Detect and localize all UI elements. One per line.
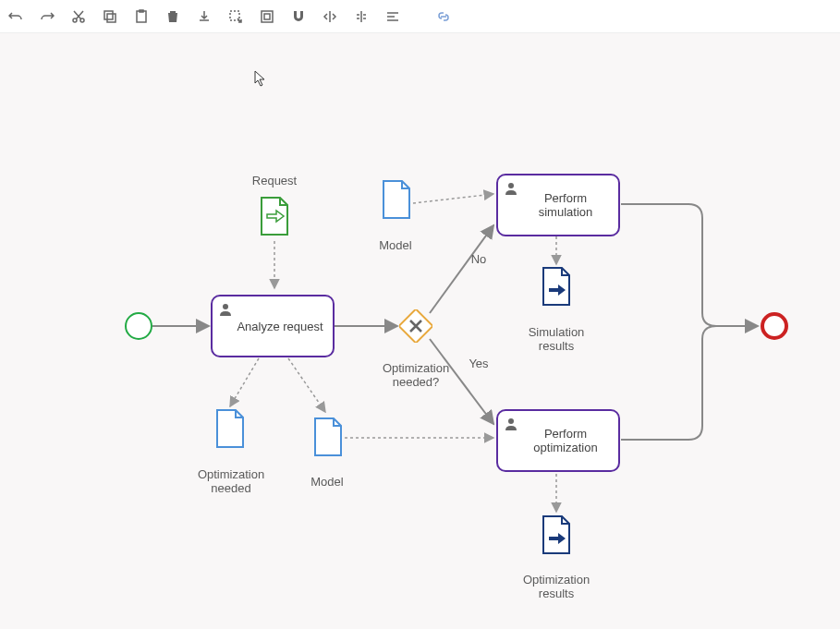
select-box-icon[interactable] <box>227 8 244 25</box>
flow-label-no: No <box>465 252 493 266</box>
data-object-simulation-results[interactable] <box>540 266 573 310</box>
fit-icon[interactable] <box>259 8 275 25</box>
svg-point-0 <box>73 18 77 22</box>
gateway-label: Optimization needed? <box>374 361 457 389</box>
task-perform-simulation[interactable]: Perform simulation <box>496 174 620 236</box>
data-object-label: Optimization needed <box>192 467 270 495</box>
user-icon <box>504 417 518 431</box>
start-event[interactable] <box>125 312 152 340</box>
flow-label-yes: Yes <box>465 357 493 370</box>
magnet-icon[interactable] <box>290 8 307 25</box>
end-event[interactable] <box>761 312 788 340</box>
toolbar <box>0 0 840 33</box>
data-object-label: Simulation results <box>519 325 593 353</box>
svg-rect-3 <box>107 14 116 22</box>
undo-icon[interactable] <box>7 8 24 25</box>
redo-icon[interactable] <box>39 8 55 25</box>
task-label: Analyze request <box>237 320 323 333</box>
svg-rect-7 <box>262 11 273 22</box>
task-perform-optimization[interactable]: Perform optimization <box>496 409 620 472</box>
diagram-canvas[interactable]: Analyze request Perform simulation Perfo… <box>0 33 840 629</box>
svg-rect-2 <box>104 11 113 19</box>
svg-point-10 <box>508 183 514 188</box>
flip-h-icon[interactable] <box>322 8 338 25</box>
download-icon[interactable] <box>196 8 213 25</box>
svg-rect-8 <box>264 14 270 19</box>
task-label: Perform optimization <box>520 427 611 454</box>
user-icon <box>504 181 518 196</box>
cursor-icon <box>254 70 267 87</box>
delete-icon[interactable] <box>164 8 181 25</box>
svg-point-9 <box>223 304 228 309</box>
copy-icon[interactable] <box>102 8 118 25</box>
flip-v-icon[interactable] <box>353 8 370 25</box>
data-object-optimization-needed[interactable] <box>213 408 247 453</box>
data-object-label: Model <box>368 238 423 252</box>
data-object-label: Optimization results <box>517 573 595 600</box>
cut-icon[interactable] <box>70 8 87 25</box>
data-object-model-1[interactable] <box>380 179 413 224</box>
task-analyze-request[interactable]: Analyze request <box>211 295 335 357</box>
data-object-label: Model <box>299 475 355 489</box>
svg-rect-4 <box>137 11 146 22</box>
link-icon[interactable] <box>435 8 452 25</box>
task-label: Perform simulation <box>520 191 611 219</box>
paste-icon[interactable] <box>133 8 150 25</box>
data-object-label: Request <box>242 174 307 187</box>
svg-point-1 <box>80 18 84 22</box>
data-object-model-2[interactable] <box>311 417 345 461</box>
user-icon <box>218 302 233 317</box>
svg-point-11 <box>508 418 514 424</box>
align-icon[interactable] <box>384 8 401 25</box>
gateway-optimization-needed[interactable] <box>399 309 432 343</box>
data-object-optimization-results[interactable] <box>540 514 573 559</box>
data-object-request[interactable] <box>258 196 291 240</box>
